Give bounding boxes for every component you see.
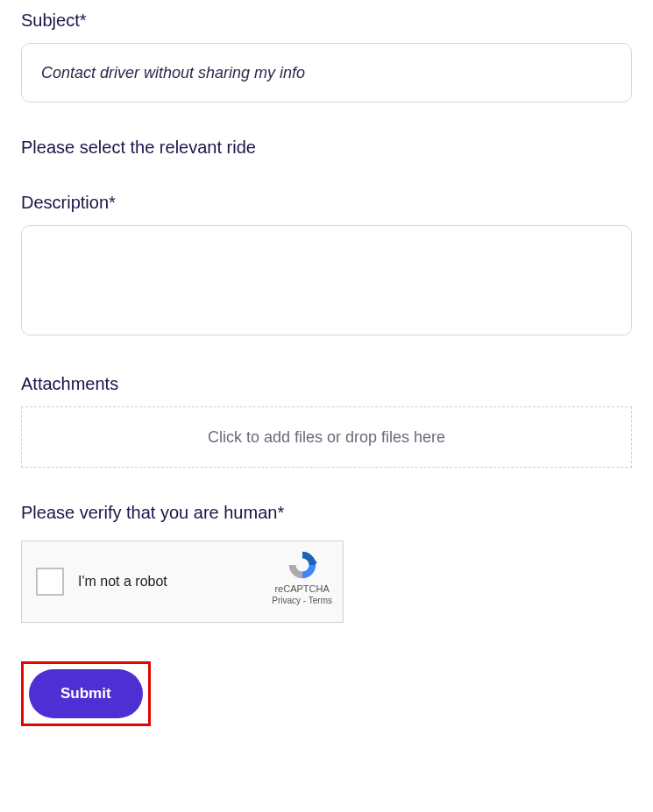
recaptcha-brand-text: reCAPTCHA <box>274 583 329 594</box>
subject-input[interactable] <box>21 43 632 102</box>
ride-select-section: Please select the relevant ride <box>21 138 632 158</box>
recaptcha-checkbox-label: I'm not a robot <box>78 574 167 590</box>
attachments-label: Attachments <box>21 374 632 394</box>
description-section: Description* <box>21 193 632 339</box>
recaptcha-privacy-link[interactable]: Privacy <box>272 596 301 605</box>
attachments-dropzone[interactable]: Click to add files or drop files here <box>21 406 632 468</box>
captcha-section: Please verify that you are human* I'm no… <box>21 503 632 623</box>
dropzone-text: Click to add files or drop files here <box>208 428 445 447</box>
description-input[interactable] <box>21 225 632 335</box>
subject-label: Subject* <box>21 11 632 31</box>
captcha-label: Please verify that you are human* <box>21 503 632 523</box>
description-label: Description* <box>21 193 632 213</box>
recaptcha-links: Privacy - Terms <box>272 596 332 605</box>
submit-highlight-box: Submit <box>21 661 151 726</box>
attachments-section: Attachments Click to add files or drop f… <box>21 374 632 468</box>
recaptcha-icon <box>286 548 319 582</box>
ride-select-label: Please select the relevant ride <box>21 138 632 158</box>
subject-section: Subject* <box>21 11 632 102</box>
submit-button[interactable]: Submit <box>29 669 143 718</box>
recaptcha-branding: reCAPTCHA Privacy - Terms <box>272 548 332 605</box>
recaptcha-widget: I'm not a robot reCAPTCHA Privacy - Term… <box>21 540 344 623</box>
recaptcha-checkbox[interactable] <box>36 568 64 596</box>
recaptcha-terms-link[interactable]: Terms <box>309 596 332 605</box>
